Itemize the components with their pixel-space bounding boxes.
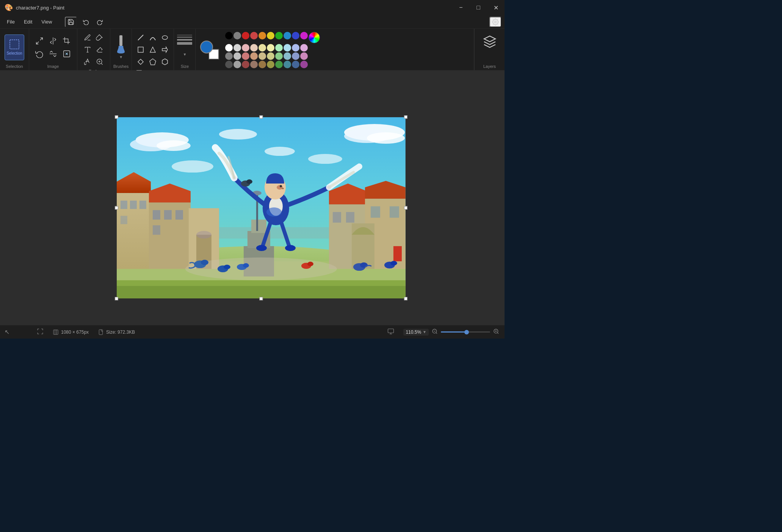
color-brown[interactable] — [250, 61, 258, 68]
magnify-button[interactable] — [94, 56, 105, 67]
handle-br[interactable] — [404, 297, 407, 300]
save-button[interactable] — [65, 17, 77, 27]
color-green[interactable] — [275, 32, 283, 39]
handle-tl[interactable] — [114, 115, 118, 119]
size-line-4[interactable] — [177, 42, 192, 45]
zoom-slider-thumb[interactable] — [464, 330, 469, 334]
handle-mr[interactable] — [404, 206, 407, 209]
color-mid-gray[interactable] — [225, 52, 233, 60]
color-pale-blue[interactable] — [284, 44, 291, 52]
menu-file[interactable]: File — [3, 17, 19, 26]
color-pale-yellow[interactable] — [267, 44, 274, 52]
shape-rect[interactable] — [135, 44, 146, 55]
fill-button[interactable] — [94, 32, 105, 43]
fullscreen-button[interactable] — [37, 328, 44, 336]
shape-diamond[interactable] — [135, 56, 146, 67]
color-olive[interactable] — [267, 52, 274, 60]
canvas-area[interactable] — [0, 71, 505, 339]
zoom-slider-track[interactable] — [441, 329, 490, 335]
size-line-1[interactable] — [177, 35, 192, 35]
color-cream[interactable] — [259, 44, 266, 52]
handle-tr[interactable] — [404, 115, 407, 119]
color-rainbow[interactable] — [309, 32, 320, 43]
color-pink[interactable] — [300, 52, 308, 60]
handle-ml[interactable] — [114, 206, 118, 209]
color-sage[interactable] — [275, 52, 283, 60]
color-pale-purple[interactable] — [300, 44, 308, 52]
brush-dropdown-area[interactable]: ▼ — [119, 55, 123, 59]
crop-button[interactable] — [61, 35, 72, 47]
zoom-in-button[interactable] — [492, 328, 500, 337]
color-dark-red[interactable] — [242, 32, 249, 39]
color-white[interactable] — [225, 44, 233, 52]
shape-line[interactable] — [135, 32, 146, 43]
brushes-section-label: Brushes — [113, 64, 129, 69]
flip-v-button[interactable] — [47, 48, 59, 60]
shape-ellipse[interactable] — [159, 32, 171, 43]
shape-pentagon[interactable] — [147, 56, 158, 67]
close-button[interactable]: ✕ — [487, 0, 505, 15]
resize-button[interactable] — [34, 35, 45, 47]
menu-view[interactable]: View — [38, 17, 56, 26]
color-blue[interactable] — [284, 32, 291, 39]
color-gray[interactable] — [234, 32, 241, 39]
shape-triangle[interactable] — [147, 44, 158, 55]
color-pale-green[interactable] — [275, 44, 283, 52]
zoom-out-button[interactable] — [431, 328, 439, 337]
layers-button[interactable] — [483, 35, 497, 51]
color-forest[interactable] — [275, 61, 283, 68]
color-orange[interactable] — [259, 32, 266, 39]
shape-curve[interactable] — [147, 32, 158, 43]
svg-point-91 — [256, 245, 266, 251]
rotate-button[interactable] — [34, 48, 45, 60]
color-lavender[interactable] — [292, 44, 299, 52]
color-dark-blue[interactable] — [292, 32, 299, 39]
color-cornflower[interactable] — [292, 52, 299, 60]
eraser-button[interactable] — [94, 44, 105, 55]
color-dark-tan[interactable] — [259, 61, 266, 68]
color-rose[interactable] — [242, 52, 249, 60]
color-yellow[interactable] — [267, 32, 274, 39]
brush-icon-area: ▼ — [114, 32, 128, 63]
handle-bm[interactable] — [259, 297, 263, 300]
zoom-value-display[interactable]: 110.5% ▼ — [403, 329, 429, 336]
shape-hexagon[interactable] — [159, 56, 171, 67]
handle-tm[interactable] — [259, 115, 263, 119]
color-purple[interactable] — [300, 32, 308, 39]
color-charcoal[interactable] — [225, 61, 233, 68]
maximize-button[interactable]: □ — [470, 0, 487, 15]
shape-right-arrow[interactable] — [159, 44, 171, 55]
color-black[interactable] — [225, 32, 233, 39]
text-button[interactable] — [82, 44, 93, 55]
magic-select-button[interactable] — [61, 48, 72, 60]
handle-bl[interactable] — [114, 297, 118, 300]
color-maroon[interactable] — [242, 61, 249, 68]
color-sand[interactable] — [259, 52, 266, 60]
color-violet[interactable] — [300, 61, 308, 68]
size-line-2[interactable] — [177, 37, 192, 38]
svg-rect-43 — [130, 201, 136, 209]
color-peach[interactable] — [250, 44, 258, 52]
flip-h-button[interactable] — [47, 35, 59, 47]
color-red[interactable] — [250, 32, 258, 39]
svg-marker-21 — [150, 59, 156, 65]
color-teal[interactable] — [284, 61, 291, 68]
selection-tool-button[interactable]: Selection — [5, 35, 24, 60]
color-silver[interactable] — [234, 52, 241, 60]
color-steel-blue[interactable] — [292, 61, 299, 68]
menu-edit[interactable]: Edit — [20, 17, 36, 26]
size-dropdown-area[interactable]: ▼ — [183, 52, 186, 56]
redo-button[interactable] — [94, 17, 106, 27]
color-pink-light[interactable] — [242, 44, 249, 52]
settings-button[interactable] — [489, 17, 501, 27]
color-sky-blue[interactable] — [284, 52, 291, 60]
color-dark-olive[interactable] — [267, 61, 274, 68]
undo-button[interactable] — [80, 17, 92, 27]
size-line-3[interactable] — [177, 39, 192, 41]
pencil-button[interactable] — [82, 32, 93, 43]
minimize-button[interactable]: − — [452, 0, 470, 15]
color-tan[interactable] — [250, 52, 258, 60]
color-gray2[interactable] — [234, 61, 241, 68]
color-picker-button[interactable] — [82, 56, 93, 67]
color-light-gray[interactable] — [234, 44, 241, 52]
